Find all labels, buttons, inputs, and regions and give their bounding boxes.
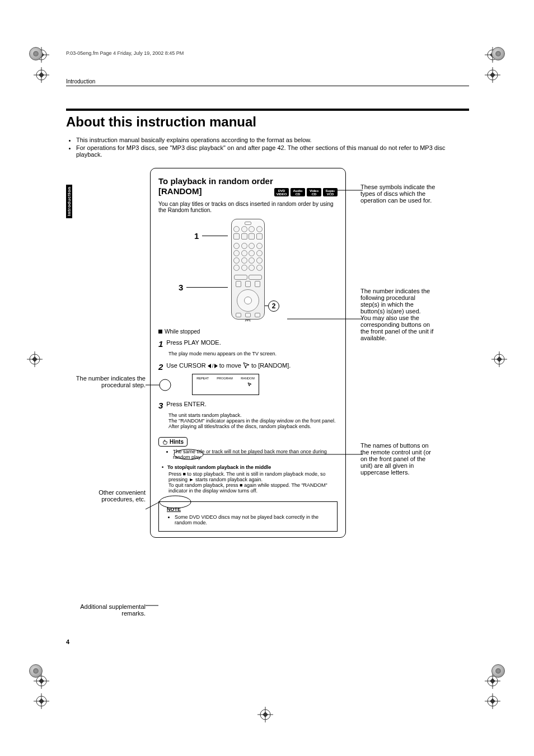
disc-badge-video-cd: VideoCD [307, 188, 321, 196]
note-item: Some DVD VIDEO discs may not be played b… [175, 514, 331, 525]
step-2-number: 2 [158, 362, 163, 372]
hand-point-icon [162, 439, 168, 445]
note-box: NOTE Some DVD VIDEO discs may not be pla… [158, 501, 338, 532]
hints-item: The same title or track will not be play… [173, 449, 338, 460]
pointer-arrow-icon [243, 362, 250, 369]
panel-title-line1: To playback in random order [158, 176, 273, 186]
disc-badge-audio-cd: AudioCD [291, 188, 305, 196]
page-title: About this instruction manual [66, 114, 469, 130]
panel-intro: You can play titles or tracks on discs i… [158, 201, 338, 213]
step-1-cmd: Press PLAY MODE. [166, 339, 221, 346]
remote-step-2-circle: 2 [268, 300, 279, 312]
stop-square-icon [158, 330, 162, 334]
while-stopped: While stopped [158, 328, 338, 335]
hints-badge: Hints [158, 437, 188, 447]
section-label: Introduction [66, 78, 469, 84]
remote-body: JVC [231, 219, 265, 320]
step-3-sub: The unit starts random playback. The "RA… [168, 412, 338, 429]
callout-button-names: The names of buttons on the remote contr… [360, 442, 435, 476]
step-1-number: 1 [158, 339, 163, 349]
remote-diagram: 1 3 2 [158, 219, 338, 325]
fm-header: P.03-05eng.fm Page 4 Friday, July 19, 20… [66, 50, 469, 56]
intro-bullets: This instruction manual basically explai… [76, 137, 469, 158]
stop-quit-heading: To stop/quit random playback in the midd… [163, 464, 338, 470]
remote-cursor-pad [237, 289, 259, 312]
thin-rule [66, 86, 469, 86]
menu-pointer-icon [247, 382, 252, 387]
panel-title-line2: [RANDOM] [158, 186, 202, 196]
step-1-sub: The play mode menu appears on the TV scr… [168, 351, 338, 356]
step-2-cmd: Use CURSOR / to move to [RANDOM]. [166, 362, 291, 369]
thick-rule [66, 109, 469, 111]
hints-list: The same title or track will not be play… [167, 449, 338, 460]
intro-bullet: This instruction manual basically explai… [76, 137, 469, 143]
step-3-number: 3 [158, 401, 163, 410]
callout-disc-symbols: These symbols indicate the types of disc… [360, 184, 435, 204]
remote-step-3-label: 3 [179, 283, 183, 292]
menu-option-repeat: REPEAT [196, 377, 209, 395]
disc-badge-dvd: DVDVIDEO [274, 188, 289, 196]
step-3-cmd: Press ENTER. [166, 401, 207, 407]
remote-brand: JVC [233, 318, 263, 322]
remote-step-1-label: 1 [194, 231, 199, 241]
svg-text:/: / [212, 363, 214, 369]
cursor-left-right-icon: / [208, 363, 218, 369]
callout-remote-step-numbers: The number indicates the following proce… [360, 288, 435, 341]
callout-step-number: The number indicates the procedural step… [66, 375, 150, 388]
hints-label: Hints [170, 439, 184, 445]
example-panel: To playback in random order [RANDOM] DVD… [150, 168, 346, 538]
play-mode-menu: REPEAT PROGRAM RANDOM [192, 374, 259, 395]
menu-option-program: PROGRAM [217, 377, 232, 395]
stop-quit-body: Press ■ to stop playback. The unit is st… [168, 471, 338, 494]
note-title: NOTE [167, 506, 331, 512]
callout-other-procedures: Other convenient procedures, etc. [66, 489, 150, 503]
intro-bullet: For operations for MP3 discs, see "MP3 d… [76, 144, 469, 158]
disc-badge-svcd: SuperVCD [323, 188, 338, 196]
callout-remarks: Additional supplemental remarks. [66, 603, 150, 617]
page-number: 4 [66, 638, 69, 645]
disc-type-badges: DVDVIDEO AudioCD VideoCD SuperVCD [274, 188, 338, 196]
